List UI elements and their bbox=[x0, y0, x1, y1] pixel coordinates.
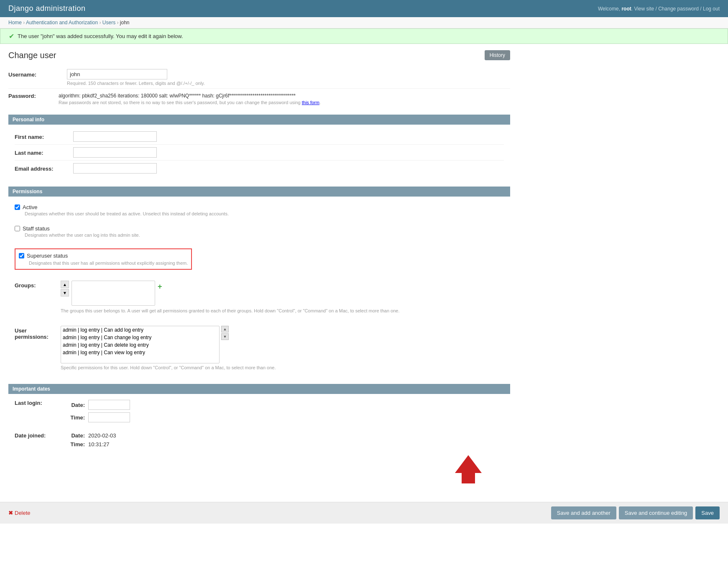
email-label: Email address: bbox=[15, 163, 73, 172]
success-icon: ✔ bbox=[9, 32, 14, 40]
last-login-time-input[interactable] bbox=[88, 412, 130, 422]
date-joined-date-row: Date: 2020-02-03 bbox=[60, 432, 116, 439]
date-joined-fields: Date: 2020-02-03 Time: 10:31:27 bbox=[60, 432, 116, 450]
staff-help: Designates whether the user can log into… bbox=[25, 233, 504, 238]
username-help: Required. 150 characters or fewer. Lette… bbox=[67, 81, 510, 86]
permissions-body: Active Designates whether this user shou… bbox=[8, 197, 510, 378]
change-password-link[interactable]: Change password bbox=[658, 6, 699, 12]
last-login-time-label: Time: bbox=[60, 414, 85, 421]
email-input[interactable] bbox=[73, 163, 157, 174]
password-hash-text: algorithm: pbkdf2_sha256 iterations: 180… bbox=[59, 93, 296, 99]
last-name-label: Last name: bbox=[15, 147, 73, 156]
groups-select-container: ▲ ▼ + bbox=[61, 281, 399, 306]
important-dates-body: Last login: Date: Time: bbox=[8, 394, 510, 460]
arrow-svg bbox=[452, 452, 485, 485]
groups-help: The groups this user belongs to. A user … bbox=[61, 308, 399, 313]
welcome-text: Welcome, bbox=[598, 6, 620, 12]
date-joined-time-row: Time: 10:31:27 bbox=[60, 441, 116, 447]
groups-scroll-up[interactable]: ▲ bbox=[61, 281, 69, 288]
active-label[interactable]: Active bbox=[15, 204, 504, 210]
date-joined-row: Date joined: Date: 2020-02-03 Time: 10:3… bbox=[15, 431, 504, 452]
permissions-select-wrap: admin | log entry | Can add log entryadm… bbox=[61, 326, 276, 363]
date-joined-label: Date joined: bbox=[15, 432, 56, 439]
main-content: Change user History Username: Required. … bbox=[0, 44, 728, 493]
password-help: Raw passwords are not stored, so there i… bbox=[59, 100, 321, 105]
site-header: Django administration Welcome, root. Vie… bbox=[0, 0, 728, 17]
personal-info-header: Personal info bbox=[8, 115, 510, 125]
first-name-input[interactable] bbox=[73, 131, 157, 142]
permissions-header: Permissions bbox=[8, 187, 510, 197]
active-label-text: Active bbox=[23, 204, 37, 210]
groups-field-container: ▲ ▼ + The groups this user belongs to. A… bbox=[61, 281, 399, 313]
delete-label: Delete bbox=[15, 510, 31, 516]
user-permissions-select[interactable]: admin | log entry | Can add log entryadm… bbox=[61, 326, 220, 363]
arrow-container bbox=[8, 460, 510, 485]
svg-marker-0 bbox=[456, 456, 481, 483]
save-button[interactable]: Save bbox=[695, 506, 720, 519]
superuser-checkbox[interactable] bbox=[19, 253, 24, 258]
last-login-date-input[interactable] bbox=[88, 400, 130, 410]
groups-select[interactable] bbox=[72, 281, 155, 306]
date-joined-date-value: 2020-02-03 bbox=[88, 432, 116, 439]
last-name-input[interactable] bbox=[73, 147, 157, 158]
superuser-highlight-box: Superuser status Designates that this us… bbox=[15, 248, 192, 270]
last-login-date-row: Date: bbox=[60, 400, 130, 410]
permissions-help: Specific permissions for this user. Hold… bbox=[61, 365, 276, 370]
success-message: ✔ The user "john" was added successfully… bbox=[0, 28, 728, 44]
groups-scroll-down[interactable]: ▼ bbox=[61, 289, 69, 297]
delete-icon: ✖ bbox=[8, 510, 13, 516]
view-site-link[interactable]: View site bbox=[634, 6, 654, 12]
page-title: Change user bbox=[8, 51, 56, 60]
message-list: ✔ The user "john" was added successfully… bbox=[0, 28, 728, 44]
superuser-row: Superuser status Designates that this us… bbox=[15, 245, 504, 271]
history-button[interactable]: History bbox=[485, 50, 510, 60]
delete-link[interactable]: ✖ Delete bbox=[8, 510, 31, 516]
email-row: Email address: bbox=[15, 161, 504, 176]
groups-label: Groups: bbox=[15, 281, 56, 289]
breadcrumb-current: john bbox=[120, 20, 130, 26]
active-checkbox[interactable] bbox=[15, 205, 20, 210]
last-name-row: Last name: bbox=[15, 145, 504, 161]
breadcrumb-auth[interactable]: Authentication and Authorization bbox=[26, 20, 98, 26]
username-input[interactable] bbox=[67, 69, 167, 79]
username-label: Username: bbox=[8, 69, 67, 78]
active-help: Designates whether this user should be t… bbox=[25, 211, 504, 216]
breadcrumb-users[interactable]: Users bbox=[102, 20, 115, 26]
permissions-scroll-up[interactable]: ▲ bbox=[221, 326, 229, 332]
change-password-form-link[interactable]: this form bbox=[302, 100, 319, 105]
logged-in-user: root bbox=[621, 6, 631, 12]
date-joined-time-value: 10:31:27 bbox=[88, 441, 110, 447]
important-dates-header: Important dates bbox=[8, 384, 510, 394]
password-label: Password: bbox=[8, 92, 59, 99]
user-permissions-field-container: admin | log entry | Can add log entryadm… bbox=[61, 326, 276, 370]
username-row: Username: Required. 150 characters or fe… bbox=[8, 66, 510, 89]
first-name-row: First name: bbox=[15, 129, 504, 145]
header-tools: Welcome, root. View site / Change passwo… bbox=[598, 6, 720, 12]
date-joined-group: Date joined: Date: 2020-02-03 Time: 10:3… bbox=[15, 431, 504, 452]
staff-checkbox[interactable] bbox=[15, 226, 20, 231]
groups-row: Groups: ▲ ▼ + The groups this user belon… bbox=[15, 277, 504, 317]
last-login-date-label: Date: bbox=[60, 402, 85, 408]
breadcrumb-home[interactable]: Home bbox=[8, 20, 22, 26]
permissions-scroll-down[interactable]: ▼ bbox=[221, 333, 229, 340]
staff-label-text: Staff status bbox=[23, 225, 50, 232]
save-add-another-button[interactable]: Save and add another bbox=[551, 506, 616, 519]
staff-label[interactable]: Staff status bbox=[15, 225, 504, 232]
date-joined-date-label: Date: bbox=[60, 432, 85, 439]
staff-row: Staff status Designates whether the user… bbox=[15, 222, 504, 239]
active-row: Active Designates whether this user shou… bbox=[15, 201, 504, 218]
user-permissions-label: User permissions: bbox=[15, 326, 56, 340]
user-permissions-row: User permissions: admin | log entry | Ca… bbox=[15, 322, 504, 373]
add-group-icon[interactable]: + bbox=[158, 281, 162, 291]
last-login-group: Last login: Date: Time: bbox=[15, 398, 504, 427]
password-row: Password: algorithm: pbkdf2_sha256 itera… bbox=[8, 89, 510, 108]
last-login-label: Last login: bbox=[15, 400, 56, 406]
superuser-label[interactable]: Superuser status bbox=[19, 253, 188, 259]
first-name-label: First name: bbox=[15, 131, 73, 140]
success-text: The user "john" was added successfully. … bbox=[18, 33, 183, 39]
permissions-scroll-buttons: ▲ ▼ bbox=[221, 326, 229, 340]
save-continue-button[interactable]: Save and continue editing bbox=[619, 506, 693, 519]
groups-arrow-buttons: ▲ ▼ bbox=[61, 281, 69, 297]
date-joined-time-label: Time: bbox=[60, 441, 85, 447]
log-out-link[interactable]: Log out bbox=[703, 6, 720, 12]
